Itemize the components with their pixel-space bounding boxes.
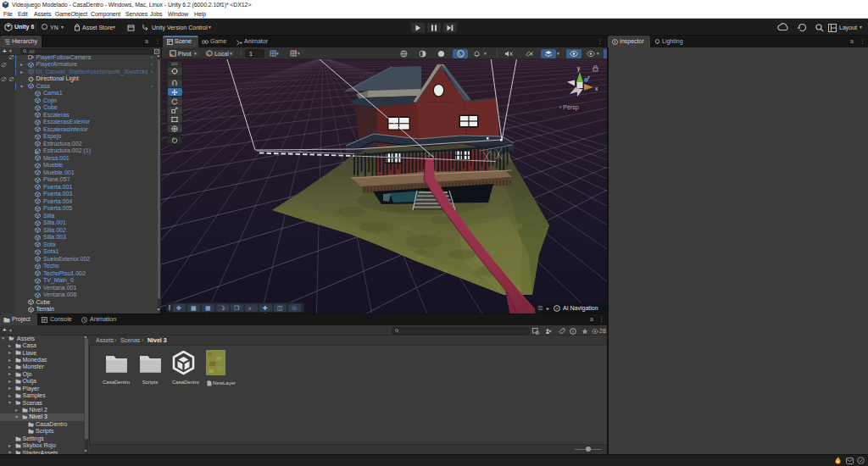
svg-text:z: z — [587, 75, 590, 80]
svg-text:‹ Persp: ‹ Persp — [559, 104, 579, 111]
